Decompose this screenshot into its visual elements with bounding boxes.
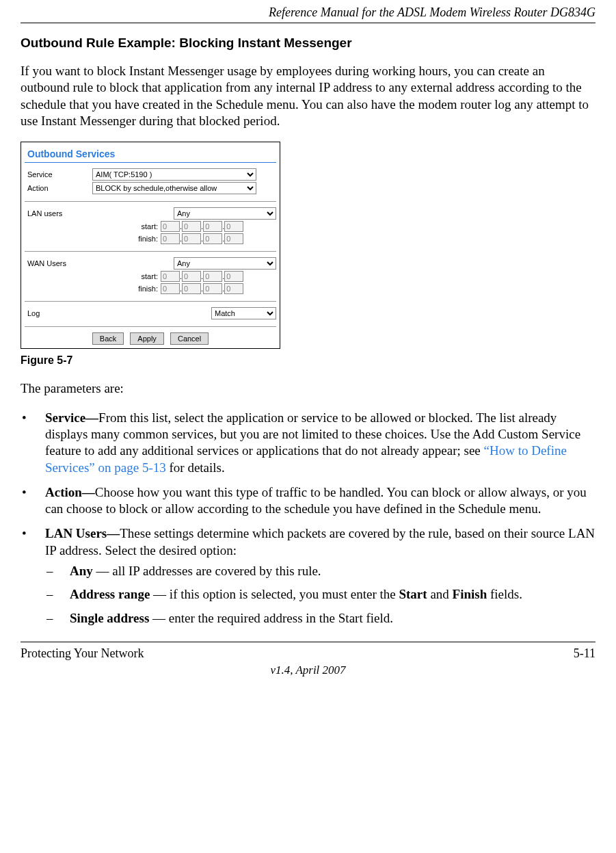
wan-finish-oct1[interactable]	[161, 283, 180, 294]
params-lead: The parameters are:	[21, 380, 595, 397]
dash-marker: –	[45, 610, 70, 627]
panel-rule-4	[25, 326, 276, 327]
wan-finish-oct2[interactable]	[182, 283, 201, 294]
footer-rule	[21, 642, 595, 642]
dash-marker: –	[45, 563, 70, 579]
sub-address-range: Address range — if this option is select…	[70, 586, 522, 603]
panel-rule-top	[25, 162, 276, 163]
lan-finish-oct2[interactable]	[182, 233, 201, 244]
panel-title: Outbound Services	[25, 146, 276, 161]
label-service: Service	[25, 170, 92, 179]
wan-start-oct4[interactable]	[224, 271, 243, 282]
dash-marker: –	[45, 586, 70, 603]
label-lan-users: LAN users	[25, 209, 92, 218]
bullet-marker: •	[21, 484, 45, 518]
sub-single-address: Single address — enter the required addr…	[70, 610, 393, 627]
lan-finish-oct3[interactable]	[203, 233, 222, 244]
intro-paragraph: If you want to block Instant Messenger u…	[21, 63, 595, 129]
label-wan-start: start:	[25, 272, 161, 280]
param-service: Service—From this list, select the appli…	[45, 410, 595, 476]
lan-finish-oct4[interactable]	[224, 233, 243, 244]
label-lan-finish: finish:	[25, 235, 161, 243]
lan-start-oct4[interactable]	[224, 221, 243, 232]
footer-page: 5-11	[574, 646, 595, 661]
sub-any: Any — all IP addresses are covered by th…	[70, 563, 321, 579]
footer-section: Protecting Your Network	[21, 646, 144, 661]
service-select[interactable]: AIM( TCP:5190 )	[92, 168, 256, 181]
back-button[interactable]: Back	[92, 332, 124, 345]
section-heading: Outbound Rule Example: Blocking Instant …	[21, 36, 595, 51]
figure-outbound-services: Outbound Services Service AIM( TCP:5190 …	[21, 142, 280, 349]
wan-start-oct3[interactable]	[203, 271, 222, 282]
label-action: Action	[25, 184, 92, 192]
wan-finish-oct3[interactable]	[203, 283, 222, 294]
lan-finish-oct1[interactable]	[161, 233, 180, 244]
label-wan-users: WAN Users	[25, 259, 92, 267]
bullet-marker: •	[21, 525, 45, 633]
cancel-button[interactable]: Cancel	[170, 332, 209, 345]
header-rule	[21, 23, 595, 23]
panel-rule-3	[25, 301, 276, 302]
lan-start-oct3[interactable]	[203, 221, 222, 232]
action-select[interactable]: BLOCK by schedule,otherwise allow	[92, 182, 256, 194]
wan-start-oct2[interactable]	[182, 271, 201, 282]
lan-users-select[interactable]: Any	[174, 207, 276, 220]
figure-caption: Figure 5-7	[21, 354, 595, 367]
label-lan-start: start:	[25, 222, 161, 231]
log-select[interactable]: Match	[211, 307, 276, 319]
apply-button[interactable]: Apply	[130, 332, 164, 345]
param-lan-users: LAN Users—These settings determine which…	[45, 525, 595, 633]
panel-rule-1	[25, 201, 276, 202]
wan-finish-oct4[interactable]	[224, 283, 243, 294]
wan-users-select[interactable]: Any	[174, 257, 276, 270]
param-action: Action—Choose how you want this type of …	[45, 484, 595, 518]
label-wan-finish: finish:	[25, 285, 161, 293]
label-log: Log	[25, 309, 92, 317]
lan-start-oct1[interactable]	[161, 221, 180, 232]
page-header-title: Reference Manual for the ADSL Modem Wire…	[21, 5, 595, 20]
wan-start-oct1[interactable]	[161, 271, 180, 282]
lan-start-oct2[interactable]	[182, 221, 201, 232]
bullet-marker: •	[21, 410, 45, 476]
panel-rule-2	[25, 251, 276, 252]
footer-version: v1.4, April 2007	[21, 664, 595, 677]
